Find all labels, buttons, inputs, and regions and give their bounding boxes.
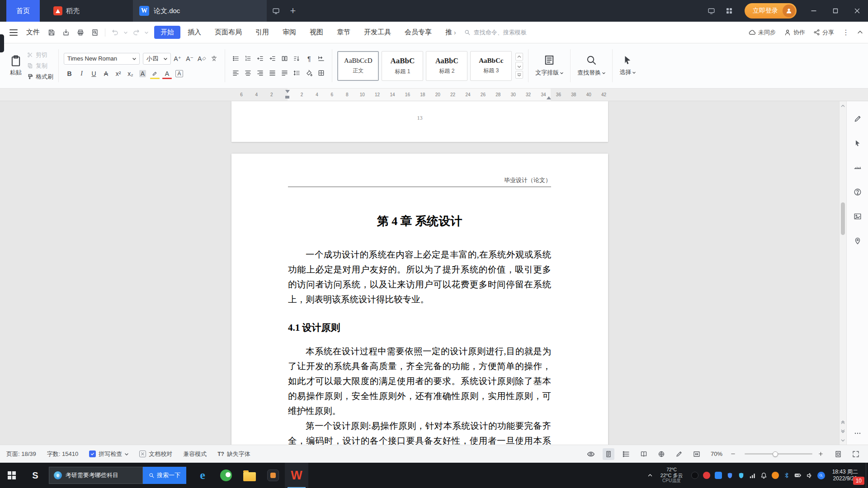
redo-dropdown-icon[interactable] — [143, 26, 150, 39]
align-right-button[interactable] — [255, 68, 266, 79]
grow-font-button[interactable]: A⁺ — [172, 53, 183, 64]
paste-button[interactable]: 粘贴 — [6, 55, 25, 77]
weather-widget[interactable]: 72°C 22°C 多云 CPU温度 — [657, 467, 687, 483]
print-button[interactable] — [73, 26, 88, 39]
launcher-icon[interactable]: S — [24, 463, 47, 488]
italic-button[interactable]: I — [76, 68, 87, 79]
annotate-pen-icon[interactable] — [851, 112, 864, 126]
cast-screen-icon[interactable] — [267, 0, 285, 22]
print-preview-button[interactable] — [88, 26, 102, 39]
cut-button[interactable]: 剪切 — [27, 51, 53, 59]
tab-page-layout[interactable]: 页面布局 — [208, 26, 248, 39]
app-wps[interactable]: W — [285, 463, 308, 488]
command-search[interactable]: 查找命令、搜索模板 — [464, 28, 560, 37]
collapse-ribbon-icon[interactable] — [858, 30, 863, 35]
tray-red-app-icon[interactable] — [703, 472, 710, 479]
new-tab-button[interactable]: + — [285, 5, 301, 17]
copy-button[interactable]: 复制 — [27, 62, 53, 70]
gallery-more-icon[interactable] — [515, 71, 523, 79]
help-icon[interactable] — [851, 185, 864, 199]
underline-button[interactable]: U — [88, 68, 99, 79]
align-left-button[interactable] — [230, 68, 241, 79]
gallery-up-icon[interactable] — [515, 53, 523, 61]
more-tools-icon[interactable] — [851, 427, 864, 440]
font-color-button[interactable]: A — [161, 68, 173, 79]
more-menu-icon[interactable]: ⋮ — [842, 28, 849, 37]
font-name-select[interactable]: Times New Roman — [64, 53, 140, 65]
doc-proof-button[interactable]: 文档校对 — [139, 450, 172, 458]
notification-badge[interactable]: 10 — [853, 477, 864, 485]
text-layout-button[interactable]: 文字排版 — [530, 46, 569, 86]
align-center-button[interactable] — [242, 68, 254, 79]
ink-edit-icon[interactable] — [673, 448, 685, 460]
zoom-slider[interactable] — [745, 453, 812, 455]
tray-qq-icon[interactable] — [691, 472, 698, 479]
login-button[interactable]: 立即登录 — [745, 3, 797, 19]
subscript-button[interactable]: x₂ — [125, 68, 136, 79]
tab-references[interactable]: 引用 — [249, 26, 275, 39]
bold-button[interactable]: B — [64, 68, 75, 79]
bullet-list-button[interactable] — [230, 53, 241, 64]
save-button[interactable] — [44, 26, 59, 39]
book-view-icon[interactable] — [638, 448, 650, 460]
sort-button[interactable] — [291, 53, 302, 64]
highlight-color-button[interactable] — [149, 68, 160, 79]
zoom-level[interactable]: 70% — [708, 450, 725, 457]
file-menu[interactable]: 文件 — [22, 28, 44, 37]
zoom-out-button[interactable] — [731, 451, 739, 456]
collaborate-button[interactable]: 协作 — [784, 28, 805, 37]
char-border-button[interactable]: A — [174, 68, 185, 79]
columns-button[interactable] — [279, 53, 290, 64]
strikethrough-button[interactable]: A — [100, 68, 112, 79]
app-edge[interactable]: e — [191, 463, 214, 488]
sync-status[interactable]: 未同步 — [749, 28, 776, 37]
line-spacing-button[interactable] — [291, 68, 302, 79]
page-indicator[interactable]: 页面: 18/39 — [6, 450, 36, 458]
tab-stop-button[interactable] — [316, 53, 327, 64]
apps-grid-icon[interactable] — [720, 0, 738, 22]
scroll-up-icon[interactable] — [840, 101, 846, 110]
eye-protect-icon[interactable] — [585, 448, 597, 460]
tabs-overflow-icon[interactable]: › — [453, 29, 457, 36]
previous-page[interactable]: 13 — [231, 101, 608, 142]
navigation-icon[interactable] — [851, 234, 864, 248]
tray-volume-icon[interactable] — [806, 472, 813, 479]
zoom-in-button[interactable] — [818, 451, 826, 456]
decrease-indent-button[interactable] — [255, 53, 266, 64]
tray-bell-icon[interactable] — [760, 472, 767, 479]
tab-section[interactable]: 章节 — [330, 26, 357, 39]
style-normal[interactable]: AaBbCcD 正文 — [337, 51, 379, 81]
previous-page-icon[interactable] — [840, 418, 846, 427]
text-direction-button[interactable]: ¶ — [303, 53, 315, 64]
tab-recommend[interactable]: 推 — [439, 26, 452, 39]
fullscreen-icon[interactable] — [850, 448, 862, 460]
web-view-icon[interactable] — [656, 448, 667, 460]
document-canvas[interactable]: 13 毕业设计（论文） 第 4 章 系统设计 一个成功设计的系统在内容上必定是丰… — [0, 101, 839, 445]
tab-view[interactable]: 视图 — [303, 26, 330, 39]
clear-format-button[interactable]: A — [196, 53, 208, 64]
undo-dropdown-icon[interactable] — [123, 26, 129, 39]
shrink-font-button[interactable]: A⁻ — [184, 53, 195, 64]
tab-developer[interactable]: 开发工具 — [358, 26, 397, 39]
current-page[interactable]: 毕业设计（论文） 第 4 章 系统设计 一个成功设计的系统在内容上必定是丰富的,… — [231, 154, 608, 445]
missing-font-button[interactable]: T? 缺失字体 — [217, 450, 250, 458]
superscript-button[interactable]: x² — [113, 68, 124, 79]
find-replace-button[interactable]: 查找替换 — [572, 46, 611, 86]
share-button[interactable]: 分享 — [813, 28, 834, 37]
word-count[interactable]: 字数: 15410 — [47, 450, 78, 458]
zoom-slider-knob[interactable] — [773, 451, 778, 457]
justify-button[interactable] — [267, 68, 278, 79]
app-dark[interactable] — [261, 463, 285, 488]
redo-button[interactable] — [129, 26, 143, 39]
tray-bluetooth-icon[interactable] — [783, 472, 790, 479]
tab-insert[interactable]: 插入 — [181, 26, 208, 39]
tab-review[interactable]: 审阅 — [276, 26, 302, 39]
tray-tim-icon[interactable] — [715, 472, 722, 479]
minimize-button[interactable] — [803, 0, 825, 22]
screenshot-icon[interactable] — [851, 210, 864, 223]
start-button[interactable] — [0, 463, 24, 488]
app-browser[interactable] — [214, 463, 238, 488]
app-file-explorer[interactable] — [238, 463, 261, 488]
undo-button[interactable] — [108, 26, 123, 39]
scrollbar-thumb[interactable] — [841, 202, 845, 235]
